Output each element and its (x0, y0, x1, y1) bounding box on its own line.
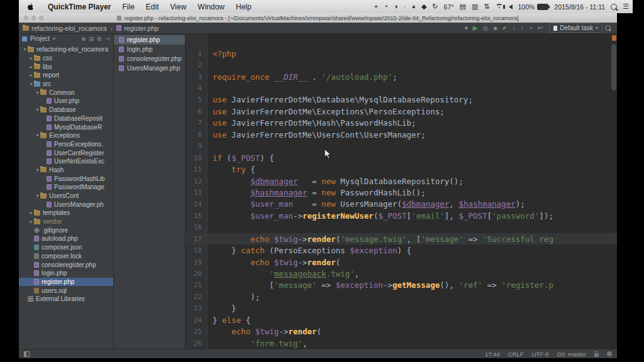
wifi-icon[interactable] (496, 4, 503, 9)
apple-icon[interactable] (26, 3, 35, 11)
breadcrumb-item[interactable]: refactoring-eloi_rocamora (23, 25, 107, 32)
code-line[interactable]: 3require_once __DIR__ . '/autoload.php'; (186, 71, 611, 82)
menu-item[interactable]: Window (192, 3, 230, 11)
open-file-item[interactable]: login.php (114, 45, 185, 54)
tree-item[interactable]: ▾UsersCont (19, 192, 113, 200)
tree-item[interactable]: UsersManager.ph (19, 200, 113, 209)
hide-panel-button[interactable]: ⊣ (105, 36, 110, 42)
line-separator-indicator[interactable]: CRLF (508, 351, 524, 358)
diamond-icon[interactable]: ◆ (421, 3, 426, 10)
code-line[interactable]: 26 'form.twig', (186, 337, 611, 349)
scrollbar-thumb[interactable] (611, 44, 616, 90)
tree-item[interactable]: autoload.php (19, 234, 113, 243)
code-line[interactable]: 11 try { (186, 163, 611, 175)
code-line[interactable]: 10if ($_POST) { (186, 152, 611, 163)
tree-item[interactable]: ▸libs (19, 62, 113, 71)
tree-item[interactable]: MysqlDatabaseR (19, 123, 113, 131)
spotlight-icon[interactable] (611, 4, 617, 10)
code-line[interactable]: 16 (186, 222, 611, 233)
settings-button[interactable]: ⚙ (97, 36, 102, 42)
tree-item[interactable]: PasswordManage (19, 183, 113, 192)
contrast-icon[interactable]: ◑ (394, 3, 398, 10)
tree-item[interactable]: ▾Exceptions (19, 131, 113, 140)
current-code-line[interactable]: 17 echo $twig->render('message.twig', ['… (186, 233, 617, 244)
run-button[interactable]: ▶ (473, 25, 478, 31)
code-line[interactable]: 8use JavierFerrerDotMe\UsersCont\UsersMa… (186, 129, 611, 140)
code-line[interactable]: 23 } (186, 303, 611, 314)
caret-position[interactable]: 17:44 (485, 351, 500, 358)
menu-item[interactable]: Help (230, 3, 257, 11)
code-line[interactable]: 20 'messageback.twig', (186, 268, 611, 279)
battery-indicator[interactable]: 100% (518, 3, 549, 11)
code-line[interactable]: 2 (186, 59, 611, 70)
tree-item[interactable]: ▾Database (19, 106, 113, 114)
project-panel-title[interactable]: Project (30, 35, 50, 42)
tree-item[interactable]: ▸css (19, 54, 113, 63)
tree-item[interactable]: UserCantRegister (19, 148, 113, 157)
code-line[interactable]: 15 $user_man->registerNewUser($_POST['em… (186, 210, 611, 221)
undo-button[interactable]: ↩ (538, 25, 543, 31)
push-button[interactable]: ↑ (521, 25, 524, 31)
code-line[interactable]: 4 (186, 82, 611, 94)
code-area[interactable]: 1<?php23require_once __DIR__ . '/autoloa… (186, 48, 611, 349)
code-line[interactable]: 14 $user_man = new UsersManager($dbmanag… (186, 199, 611, 210)
editor[interactable]: 1<?php23require_once __DIR__ . '/autoloa… (186, 34, 617, 349)
chevron-down-icon[interactable]: ▾ (53, 36, 55, 41)
tree-item[interactable]: ▸templates (19, 209, 113, 217)
tree-item[interactable]: ▾refactoring-eloi_rocamora (19, 45, 113, 54)
tree-item[interactable]: UserNotExistsExc (19, 157, 113, 166)
tree-item[interactable]: ▸vendor (19, 217, 113, 226)
history-button[interactable]: ◔ (529, 25, 533, 31)
coverage-button[interactable]: ◎ (483, 25, 489, 31)
window-title-bar[interactable]: register.php - refactoring-eloi_rocamora… (19, 13, 617, 23)
code-line[interactable]: 12 $dbmanager = new MysqlDatabaseReposit… (186, 175, 611, 187)
grid-icon[interactable]: ▥ (472, 3, 478, 10)
moves-icon[interactable]: + (374, 3, 378, 10)
tree-item[interactable]: users.sql (19, 286, 113, 295)
code-line[interactable]: 18 } catch (PersoExceptions $exception) … (186, 244, 611, 256)
code-line[interactable]: 22 ); (186, 291, 611, 302)
code-line[interactable]: 25 echo $twig->render( (186, 326, 611, 337)
open-file-item[interactable]: consoleregister.php (114, 54, 185, 63)
inspections-indicator-icon[interactable] (607, 351, 612, 356)
menubar-clock[interactable]: 2015/8/16 - 11:11 (554, 3, 605, 11)
zoom-window-button[interactable] (39, 16, 43, 20)
tree-item[interactable]: User.php (19, 97, 113, 106)
lock-icon[interactable] (594, 353, 599, 357)
code-line[interactable]: 19 echo $twig->render( (186, 256, 611, 268)
dot-icon[interactable]: · (404, 3, 406, 10)
toolwindow-toggle-icon[interactable] (24, 351, 30, 357)
tree-item[interactable]: ▸report (19, 71, 113, 80)
git-branch-indicator[interactable]: Git: master (557, 351, 586, 358)
sync-icon[interactable]: ↻ (432, 3, 438, 10)
tree-item[interactable]: consoleregister.php (19, 260, 113, 269)
open-file-item[interactable]: UsersManager.php (114, 63, 185, 73)
commit-button[interactable]: ✔ (502, 25, 507, 31)
tree-item[interactable]: ▾Common (19, 88, 113, 97)
encoding-indicator[interactable]: UTF-8 (532, 351, 549, 358)
menu-item[interactable]: View (165, 3, 192, 11)
tree-item[interactable]: composer.json (19, 243, 113, 252)
search-icon[interactable] (605, 25, 611, 31)
tree-item[interactable]: ▾Hash (19, 166, 113, 175)
code-line[interactable]: 13 $hashmanager = new PasswordHashLib(); (186, 187, 611, 198)
menu-item[interactable]: File (117, 3, 140, 11)
minimize-window-button[interactable] (31, 16, 36, 20)
code-line[interactable]: 5use JavierFerrerDotMe\Database\MysqlDat… (186, 94, 611, 106)
tree-item[interactable]: DatabaseReposit (19, 114, 113, 123)
code-line[interactable]: 24} else { (186, 314, 611, 326)
menu-item[interactable]: Edit (140, 3, 165, 11)
task-selector[interactable]: Default task ▾ (549, 23, 602, 33)
editor-scrollbar[interactable] (611, 34, 617, 349)
code-line[interactable]: 1<?php (186, 48, 611, 59)
tree-item[interactable]: .gitignore (19, 226, 113, 234)
code-line[interactable]: 7use JavierFerrerDotMe\Hash\PasswordHash… (186, 118, 611, 129)
tree-item[interactable]: composer.lock (19, 252, 113, 261)
rows-icon[interactable]: ▤ (459, 3, 465, 10)
tree-item[interactable]: register.php (19, 278, 113, 287)
clock-icon[interactable]: ◔ (384, 3, 388, 10)
updown-icon[interactable]: ⇅ (484, 3, 489, 10)
update-project-button[interactable]: ↓ (513, 25, 516, 31)
locate-button[interactable]: ⊕ (81, 36, 86, 42)
run-config-chevron[interactable]: ▾ (465, 25, 468, 31)
